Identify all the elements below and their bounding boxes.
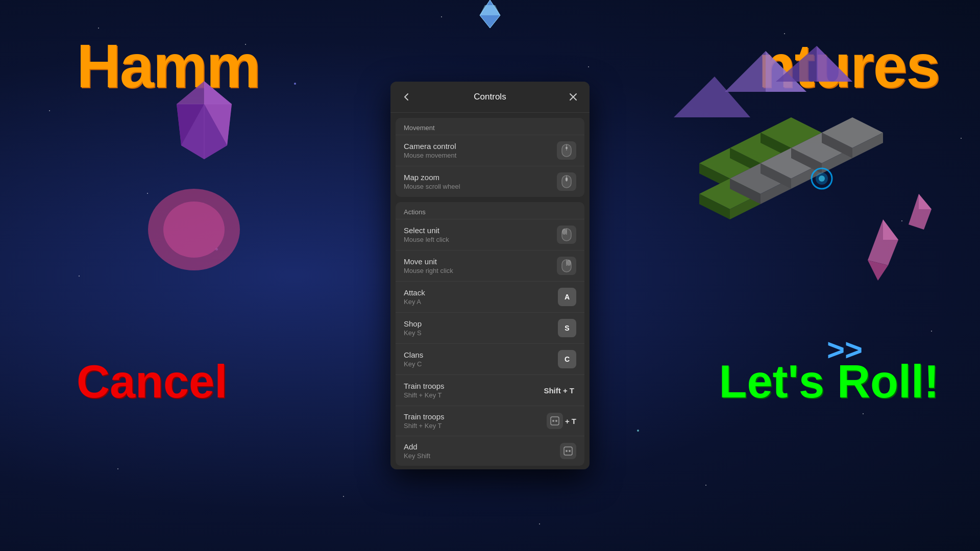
actions-section: Actions Select unit Mouse left click xyxy=(396,202,584,466)
clans-name: Clans xyxy=(404,350,423,359)
select-unit-info: Select unit Mouse left click xyxy=(404,226,449,243)
shop-info: Shop Key S xyxy=(404,319,422,337)
movement-section: Movement Camera control Mouse movement xyxy=(396,118,584,197)
add-key: Key Shift xyxy=(404,452,430,460)
back-button[interactable] xyxy=(399,89,415,105)
train-troops-gamepad-name: Train troops xyxy=(404,412,444,421)
train-troops-keyboard-key: Shift + Key T xyxy=(404,391,444,399)
svg-rect-54 xyxy=(566,178,568,181)
add-name: Add xyxy=(404,442,430,451)
shop-badge: S xyxy=(558,319,576,337)
modal-overlay: Controls Movement Camera control Mouse m… xyxy=(0,0,980,551)
gamepad-plus-t: + T xyxy=(565,417,576,425)
close-button[interactable] xyxy=(565,89,581,105)
add-item: Add Key Shift xyxy=(396,436,584,466)
select-unit-badge xyxy=(557,226,576,244)
select-unit-name: Select unit xyxy=(404,226,449,235)
train-troops-gamepad-item: Train troops Shift + Key T + T xyxy=(396,406,584,436)
svg-point-63 xyxy=(555,420,557,422)
dialog-title: Controls xyxy=(415,92,565,102)
move-unit-info: Move unit Mouse right click xyxy=(404,257,453,274)
attack-item: Attack Key A A xyxy=(396,281,584,312)
camera-control-key: Mouse movement xyxy=(404,152,456,159)
map-zoom-name: Map zoom xyxy=(404,173,460,182)
map-zoom-item: Map zoom Mouse scroll wheel xyxy=(396,166,584,197)
clans-item: Clans Key C C xyxy=(396,343,584,374)
clans-key: Key C xyxy=(404,360,423,368)
svg-point-62 xyxy=(552,420,554,422)
clans-info: Clans Key C xyxy=(404,350,423,368)
select-unit-item: Select unit Mouse left click xyxy=(396,219,584,250)
move-unit-item: Move unit Mouse right click xyxy=(396,250,584,281)
attack-name: Attack xyxy=(404,288,425,297)
controls-dialog: Controls Movement Camera control Mouse m… xyxy=(390,82,590,469)
svg-point-51 xyxy=(566,147,568,149)
movement-section-title: Movement xyxy=(396,118,584,135)
attack-badge: A xyxy=(558,288,576,306)
add-badge xyxy=(560,443,576,459)
attack-key: Key A xyxy=(404,298,425,306)
train-troops-keyboard-name: Train troops xyxy=(404,382,444,390)
move-unit-key: Mouse right click xyxy=(404,267,453,274)
move-unit-badge xyxy=(557,257,576,275)
train-troops-keyboard-info: Train troops Shift + Key T xyxy=(404,382,444,399)
camera-control-badge xyxy=(557,141,576,160)
svg-point-65 xyxy=(566,450,568,452)
gamepad-shift-icon xyxy=(547,413,563,429)
train-troops-keyboard-item: Train troops Shift + Key T Shift + T xyxy=(396,374,584,406)
camera-control-name: Camera control xyxy=(404,142,456,151)
svg-rect-61 xyxy=(551,417,559,425)
map-zoom-key: Mouse scroll wheel xyxy=(404,183,460,190)
shop-name: Shop xyxy=(404,319,422,328)
train-troops-gamepad-info: Train troops Shift + Key T xyxy=(404,412,444,430)
map-zoom-badge xyxy=(557,172,576,191)
select-unit-key: Mouse left click xyxy=(404,236,449,243)
dialog-header: Controls xyxy=(390,82,590,113)
add-info: Add Key Shift xyxy=(404,442,430,460)
actions-section-title: Actions xyxy=(396,202,584,219)
svg-rect-60 xyxy=(567,260,571,266)
train-troops-keyboard-badge: Shift + T xyxy=(542,381,576,399)
train-troops-gamepad-key: Shift + Key T xyxy=(404,422,444,430)
train-troops-gamepad-badge: + T xyxy=(547,413,576,429)
clans-badge: C xyxy=(558,350,576,368)
shop-item: Shop Key S S xyxy=(396,312,584,343)
svg-rect-57 xyxy=(562,229,567,235)
svg-rect-64 xyxy=(564,447,572,455)
map-zoom-info: Map zoom Mouse scroll wheel xyxy=(404,173,460,190)
camera-control-info: Camera control Mouse movement xyxy=(404,142,456,159)
svg-point-66 xyxy=(569,450,571,452)
camera-control-item: Camera control Mouse movement xyxy=(396,135,584,166)
move-unit-name: Move unit xyxy=(404,257,453,266)
shop-key: Key S xyxy=(404,329,422,337)
attack-info: Attack Key A xyxy=(404,288,425,306)
